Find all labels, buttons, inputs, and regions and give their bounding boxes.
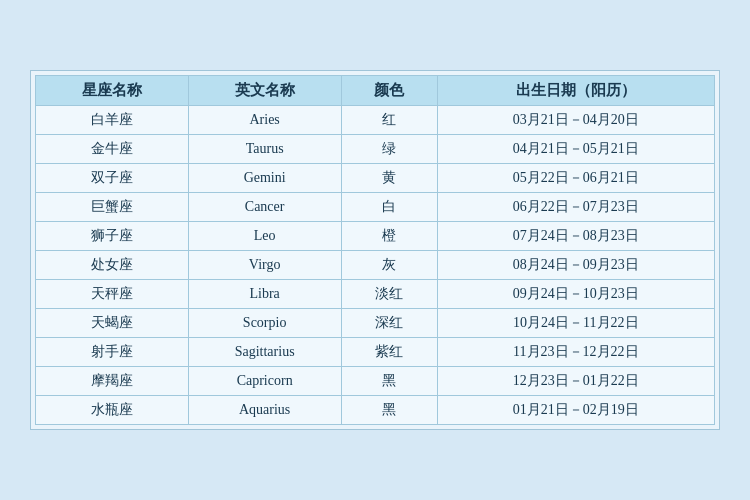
table-row: 巨蟹座Cancer白06月22日－07月23日: [36, 193, 715, 222]
cell-dates: 05月22日－06月21日: [437, 164, 714, 193]
table-row: 处女座Virgo灰08月24日－09月23日: [36, 251, 715, 280]
cell-color: 深红: [341, 309, 437, 338]
cell-english-name: Scorpio: [188, 309, 341, 338]
header-chinese-name: 星座名称: [36, 76, 189, 106]
header-english-name: 英文名称: [188, 76, 341, 106]
table-row: 金牛座Taurus绿04月21日－05月21日: [36, 135, 715, 164]
cell-chinese-name: 水瓶座: [36, 396, 189, 425]
cell-english-name: Aquarius: [188, 396, 341, 425]
cell-dates: 07月24日－08月23日: [437, 222, 714, 251]
cell-dates: 12月23日－01月22日: [437, 367, 714, 396]
cell-chinese-name: 天蝎座: [36, 309, 189, 338]
cell-color: 橙: [341, 222, 437, 251]
cell-english-name: Taurus: [188, 135, 341, 164]
header-color: 颜色: [341, 76, 437, 106]
zodiac-table-container: 星座名称 英文名称 颜色 出生日期（阳历） 白羊座Aries红03月21日－04…: [30, 70, 720, 430]
cell-english-name: Gemini: [188, 164, 341, 193]
cell-chinese-name: 射手座: [36, 338, 189, 367]
cell-english-name: Leo: [188, 222, 341, 251]
cell-color: 黄: [341, 164, 437, 193]
header-dates: 出生日期（阳历）: [437, 76, 714, 106]
table-row: 天秤座Libra淡红09月24日－10月23日: [36, 280, 715, 309]
cell-english-name: Cancer: [188, 193, 341, 222]
cell-dates: 11月23日－12月22日: [437, 338, 714, 367]
cell-color: 绿: [341, 135, 437, 164]
cell-color: 红: [341, 106, 437, 135]
table-row: 天蝎座Scorpio深红10月24日－11月22日: [36, 309, 715, 338]
cell-dates: 08月24日－09月23日: [437, 251, 714, 280]
cell-chinese-name: 白羊座: [36, 106, 189, 135]
table-row: 狮子座Leo橙07月24日－08月23日: [36, 222, 715, 251]
cell-color: 黑: [341, 396, 437, 425]
table-row: 摩羯座Capricorn黑12月23日－01月22日: [36, 367, 715, 396]
cell-english-name: Capricorn: [188, 367, 341, 396]
cell-dates: 06月22日－07月23日: [437, 193, 714, 222]
cell-color: 黑: [341, 367, 437, 396]
table-header-row: 星座名称 英文名称 颜色 出生日期（阳历）: [36, 76, 715, 106]
cell-chinese-name: 天秤座: [36, 280, 189, 309]
cell-chinese-name: 摩羯座: [36, 367, 189, 396]
cell-dates: 01月21日－02月19日: [437, 396, 714, 425]
cell-color: 白: [341, 193, 437, 222]
table-body: 白羊座Aries红03月21日－04月20日金牛座Taurus绿04月21日－0…: [36, 106, 715, 425]
table-row: 双子座Gemini黄05月22日－06月21日: [36, 164, 715, 193]
cell-english-name: Virgo: [188, 251, 341, 280]
cell-color: 灰: [341, 251, 437, 280]
table-row: 射手座Sagittarius紫红11月23日－12月22日: [36, 338, 715, 367]
table-row: 白羊座Aries红03月21日－04月20日: [36, 106, 715, 135]
cell-chinese-name: 处女座: [36, 251, 189, 280]
cell-chinese-name: 金牛座: [36, 135, 189, 164]
cell-color: 淡红: [341, 280, 437, 309]
cell-english-name: Sagittarius: [188, 338, 341, 367]
zodiac-table: 星座名称 英文名称 颜色 出生日期（阳历） 白羊座Aries红03月21日－04…: [35, 75, 715, 425]
cell-dates: 04月21日－05月21日: [437, 135, 714, 164]
cell-chinese-name: 狮子座: [36, 222, 189, 251]
cell-color: 紫红: [341, 338, 437, 367]
cell-english-name: Aries: [188, 106, 341, 135]
cell-dates: 09月24日－10月23日: [437, 280, 714, 309]
cell-chinese-name: 巨蟹座: [36, 193, 189, 222]
cell-chinese-name: 双子座: [36, 164, 189, 193]
cell-dates: 10月24日－11月22日: [437, 309, 714, 338]
table-row: 水瓶座Aquarius黑01月21日－02月19日: [36, 396, 715, 425]
cell-dates: 03月21日－04月20日: [437, 106, 714, 135]
cell-english-name: Libra: [188, 280, 341, 309]
